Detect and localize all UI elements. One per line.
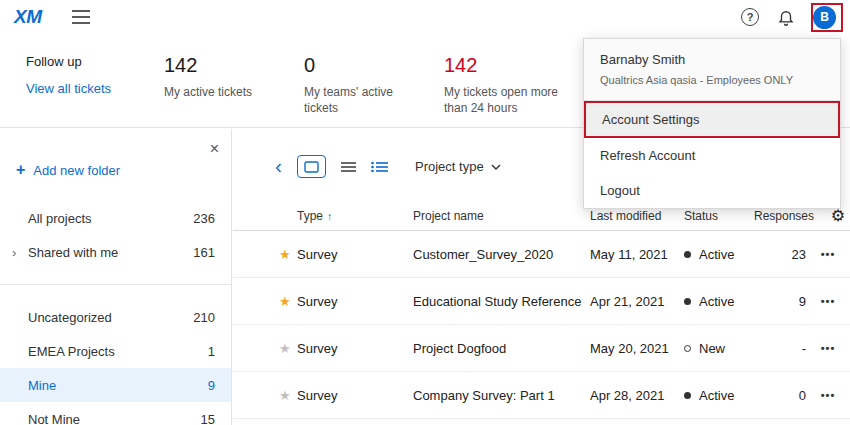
project-type-label: Project type xyxy=(415,159,484,174)
view-all-tickets-link[interactable]: View all tickets xyxy=(26,81,164,96)
cell-project-name[interactable]: Company Survey: Part 1 xyxy=(413,388,590,403)
header-type[interactable]: Type↑ xyxy=(297,209,413,223)
menu-item-account-settings[interactable]: Account Settings xyxy=(584,101,840,138)
folder-count: 161 xyxy=(193,245,215,260)
top-bar: XM ? B xyxy=(0,0,850,34)
folder-item-all-projects[interactable]: All projects 236 xyxy=(0,201,231,235)
cell-responses: 9 xyxy=(754,294,806,309)
metric-value: 0 xyxy=(304,54,444,77)
user-avatar[interactable]: B xyxy=(813,6,836,29)
cell-responses: 0 xyxy=(754,388,806,403)
folder-count: 236 xyxy=(193,211,215,226)
metric-active-tickets: 142 My active tickets xyxy=(164,54,304,127)
folder-count: 9 xyxy=(208,378,215,393)
cell-project-name[interactable]: Customer_Survey_2020 xyxy=(413,247,590,262)
header-status[interactable]: Status xyxy=(684,209,754,223)
folder-item-mine[interactable]: Mine 9 xyxy=(0,368,231,402)
metric-label: My tickets open more than 24 hours xyxy=(444,84,562,116)
menu-item-logout[interactable]: Logout xyxy=(584,173,840,208)
status-dot xyxy=(684,345,691,352)
folder-count: 1 xyxy=(208,344,215,359)
sort-up-icon: ↑ xyxy=(327,210,333,222)
cell-last-modified: May 11, 2021 xyxy=(590,247,684,262)
status-dot xyxy=(684,298,691,305)
back-chevron-icon[interactable]: ‹ xyxy=(275,155,282,176)
favorite-star-icon[interactable]: ★ xyxy=(279,388,297,403)
metric-value-alert: 142 xyxy=(444,54,584,77)
row-view-icon[interactable] xyxy=(341,161,356,173)
chevron-down-icon xyxy=(491,164,501,170)
cell-last-modified: May 20, 2021 xyxy=(590,341,684,356)
row-actions-ellipsis-icon[interactable]: ••• xyxy=(806,342,850,354)
cell-status: Active xyxy=(684,388,754,403)
metric-value: 142 xyxy=(164,54,304,77)
folder-item-emea-projects[interactable]: EMEA Projects 1 xyxy=(0,334,231,368)
metric-label: My teams' active tickets xyxy=(304,84,422,116)
table-body: ★ Survey Customer_Survey_2020 May 11, 20… xyxy=(233,231,850,419)
row-actions-ellipsis-icon[interactable]: ••• xyxy=(806,389,850,401)
folder-label: All projects xyxy=(28,211,92,226)
folder-list: All projects 236 › Shared with me 161 Un… xyxy=(0,201,231,425)
user-name: Barnaby Smith xyxy=(600,52,824,67)
user-org: Qualtrics Asia qasia - Employees ONLY xyxy=(600,74,824,86)
folder-item-not-mine[interactable]: Not Mine 15 xyxy=(0,402,231,425)
project-type-filter[interactable]: Project type xyxy=(415,159,501,174)
row-actions-ellipsis-icon[interactable]: ••• xyxy=(806,248,850,260)
cell-project-name[interactable]: Educational Study Reference xyxy=(413,294,590,309)
cell-type: Survey xyxy=(297,341,413,356)
header-last-modified[interactable]: Last modified xyxy=(590,209,684,223)
cell-status: Active xyxy=(684,294,754,309)
cell-type: Survey xyxy=(297,388,413,403)
xm-logo: XM xyxy=(14,6,42,28)
cell-status: New xyxy=(684,341,754,356)
cell-type: Survey xyxy=(297,294,413,309)
plus-icon: + xyxy=(16,161,25,179)
help-icon[interactable]: ? xyxy=(741,8,759,26)
follow-up-block: Follow up View all tickets xyxy=(26,54,164,127)
menu-item-refresh-account[interactable]: Refresh Account xyxy=(584,138,840,173)
folder-label: Uncategorized xyxy=(28,310,112,325)
table-row[interactable]: ★ Survey Company Survey: Part 1 Apr 28, … xyxy=(233,372,850,419)
table-row[interactable]: ★ Survey Educational Study Reference Apr… xyxy=(233,278,850,325)
folder-label: Not Mine xyxy=(28,412,80,425)
folder-count: 15 xyxy=(201,412,215,425)
chevron-right-icon[interactable]: › xyxy=(12,245,28,260)
metric-team-tickets: 0 My teams' active tickets xyxy=(304,54,444,127)
folder-label: Mine xyxy=(28,378,56,393)
favorite-star-icon[interactable]: ★ xyxy=(279,341,297,356)
header-project-name[interactable]: Project name xyxy=(413,209,590,223)
table-row[interactable]: ★ Survey Project Dogfood May 20, 2021 Ne… xyxy=(233,325,850,372)
notifications-bell-icon[interactable] xyxy=(777,8,795,26)
folder-item-uncategorized[interactable]: Uncategorized 210 xyxy=(0,300,231,334)
qualtrics-app: XM ? B Follow up View all tickets 142 My… xyxy=(0,0,850,425)
add-new-folder-button[interactable]: + Add new folder xyxy=(0,129,231,197)
user-info-section: Barnaby Smith Qualtrics Asia qasia - Emp… xyxy=(584,39,840,101)
folder-count: 210 xyxy=(193,310,215,325)
top-bar-actions: ? B xyxy=(741,6,836,29)
hamburger-menu-icon[interactable] xyxy=(72,10,90,24)
view-toolbar: ‹ Project type xyxy=(275,155,501,178)
list-view-icon[interactable] xyxy=(371,161,388,173)
follow-up-title: Follow up xyxy=(26,54,164,69)
header-responses[interactable]: Responses xyxy=(754,209,806,223)
folder-label: Shared with me xyxy=(28,245,118,260)
cell-status: Active xyxy=(684,247,754,262)
cell-last-modified: Apr 28, 2021 xyxy=(590,388,684,403)
favorite-star-icon[interactable]: ★ xyxy=(279,247,297,262)
metric-label: My active tickets xyxy=(164,84,282,100)
folder-label: EMEA Projects xyxy=(28,344,115,359)
close-sidebar-icon[interactable]: × xyxy=(210,141,219,157)
status-dot xyxy=(684,392,691,399)
cell-responses: - xyxy=(754,341,806,356)
row-actions-ellipsis-icon[interactable]: ••• xyxy=(806,295,850,307)
status-dot xyxy=(684,251,691,258)
sidebar-divider xyxy=(0,284,231,285)
card-view-icon[interactable] xyxy=(297,155,326,178)
cell-last-modified: Apr 21, 2021 xyxy=(590,294,684,309)
user-account-menu: Barnaby Smith Qualtrics Asia qasia - Emp… xyxy=(583,38,841,209)
favorite-star-icon[interactable]: ★ xyxy=(279,294,297,309)
folder-item-shared-with-me[interactable]: › Shared with me 161 xyxy=(0,235,231,269)
cell-project-name[interactable]: Project Dogfood xyxy=(413,341,590,356)
table-row[interactable]: ★ Survey Customer_Survey_2020 May 11, 20… xyxy=(233,231,850,278)
folders-sidebar: × + Add new folder All projects 236 › Sh… xyxy=(0,129,232,425)
